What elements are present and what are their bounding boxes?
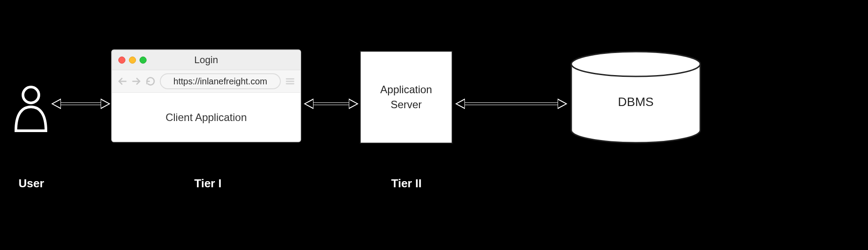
browser-titlebar: Login <box>112 50 300 70</box>
dbms-label: DBMS <box>570 95 702 109</box>
app-server-line1: Application <box>380 82 432 97</box>
url-field: https://inlanefreight.com <box>160 73 281 89</box>
arrow-user-tier1 <box>52 100 109 108</box>
user-icon <box>13 84 49 133</box>
nav-forward-icon <box>132 76 141 86</box>
svg-point-7 <box>571 52 700 76</box>
app-server-line2: Server <box>391 97 422 112</box>
svg-point-0 <box>23 87 39 103</box>
nav-back-icon <box>117 76 127 86</box>
browser-addressbar: https://inlanefreight.com <box>112 70 300 93</box>
label-tier1: Tier I <box>194 177 222 190</box>
app-server-box: Application Server <box>360 51 453 144</box>
browser-title: Login <box>112 54 300 66</box>
arrow-tier1-tier2 <box>305 100 358 108</box>
label-user: User <box>19 177 44 190</box>
hamburger-icon <box>285 76 295 86</box>
dbms-cylinder: DBMS <box>570 51 702 144</box>
label-tier2: Tier II <box>391 177 422 190</box>
browser-window: Login https://inlanefreight.com Client A… <box>111 49 301 142</box>
arrow-tier2-db <box>456 100 566 108</box>
browser-body-text: Client Application <box>112 93 300 142</box>
nav-reload-icon <box>146 76 155 86</box>
